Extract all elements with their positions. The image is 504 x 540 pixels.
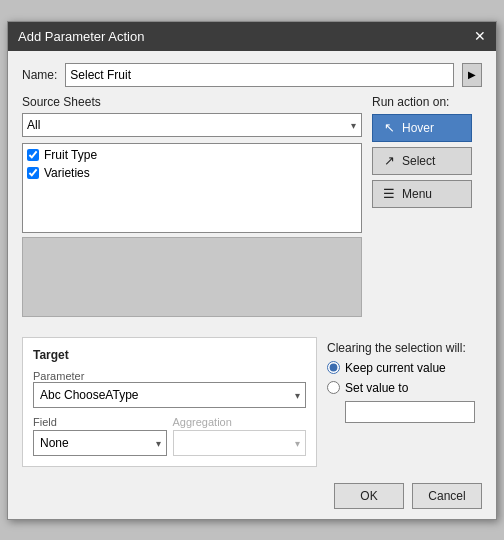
cancel-button[interactable]: Cancel bbox=[412, 483, 482, 509]
source-list: Fruit Type Varieties bbox=[22, 143, 362, 233]
agg-col: Aggregation bbox=[173, 416, 307, 456]
set-value-input[interactable] bbox=[345, 401, 475, 423]
hover-label: Hover bbox=[402, 121, 434, 135]
field-dropdown-wrapper: None bbox=[33, 430, 167, 456]
run-action-section: Run action on: ↖ Hover ↗ Select ☰ Menu bbox=[372, 95, 482, 317]
ok-button[interactable]: OK bbox=[334, 483, 404, 509]
set-value-row: Set value to bbox=[327, 381, 482, 395]
source-dropdown-wrapper: All bbox=[22, 113, 362, 137]
param-section: Parameter Abc ChooseAType bbox=[33, 370, 306, 408]
field-dropdown[interactable]: None bbox=[33, 430, 167, 456]
keep-current-label: Keep current value bbox=[345, 361, 446, 375]
dialog-body: Name: ▶ Source Sheets All Fruit Type bbox=[8, 51, 496, 327]
bottom-section: Target Parameter Abc ChooseAType Field N… bbox=[8, 327, 496, 477]
name-arrow-button[interactable]: ▶ bbox=[462, 63, 482, 87]
source-section: Source Sheets All Fruit Type Varieties bbox=[22, 95, 482, 317]
source-sheets-label: Source Sheets bbox=[22, 95, 362, 109]
clearing-section: Clearing the selection will: Keep curren… bbox=[327, 337, 482, 467]
field-agg-row: Field None Aggregation bbox=[33, 416, 306, 456]
select-label: Select bbox=[402, 154, 435, 168]
varieties-label: Varieties bbox=[44, 166, 90, 180]
add-parameter-action-dialog: Add Parameter Action ✕ Name: ▶ Source Sh… bbox=[7, 21, 497, 520]
name-label: Name: bbox=[22, 68, 57, 82]
name-row: Name: ▶ bbox=[22, 63, 482, 87]
keep-current-radio[interactable] bbox=[327, 361, 340, 374]
clearing-label: Clearing the selection will: bbox=[327, 341, 482, 355]
menu-icon: ☰ bbox=[381, 186, 397, 201]
field-label: Field bbox=[33, 416, 167, 428]
agg-label: Aggregation bbox=[173, 416, 307, 428]
param-label: Parameter bbox=[33, 370, 306, 382]
name-input[interactable] bbox=[65, 63, 454, 87]
dialog-title: Add Parameter Action bbox=[18, 29, 144, 44]
field-col: Field None bbox=[33, 416, 167, 456]
agg-dropdown[interactable] bbox=[173, 430, 307, 456]
arrow-icon: ▶ bbox=[468, 69, 476, 80]
set-value-radio[interactable] bbox=[327, 381, 340, 394]
keep-current-row: Keep current value bbox=[327, 361, 482, 375]
set-value-label: Set value to bbox=[345, 381, 408, 395]
select-button[interactable]: ↗ Select bbox=[372, 147, 472, 175]
param-dropdown[interactable]: Abc ChooseAType bbox=[33, 382, 306, 408]
agg-dropdown-wrapper bbox=[173, 430, 307, 456]
select-icon: ↗ bbox=[381, 153, 397, 168]
list-item: Varieties bbox=[27, 166, 357, 180]
run-action-label: Run action on: bbox=[372, 95, 482, 109]
hover-icon: ↖ bbox=[381, 120, 397, 135]
fruit-type-checkbox[interactable] bbox=[27, 149, 39, 161]
source-dropdown[interactable]: All bbox=[22, 113, 362, 137]
menu-label: Menu bbox=[402, 187, 432, 201]
source-left: Source Sheets All Fruit Type Varieties bbox=[22, 95, 362, 317]
menu-button[interactable]: ☰ Menu bbox=[372, 180, 472, 208]
footer: OK Cancel bbox=[8, 477, 496, 519]
title-bar: Add Parameter Action ✕ bbox=[8, 22, 496, 51]
close-button[interactable]: ✕ bbox=[474, 29, 486, 43]
hover-button[interactable]: ↖ Hover bbox=[372, 114, 472, 142]
list-item: Fruit Type bbox=[27, 148, 357, 162]
source-empty-area bbox=[22, 237, 362, 317]
varieties-checkbox[interactable] bbox=[27, 167, 39, 179]
fruit-type-label: Fruit Type bbox=[44, 148, 97, 162]
target-box: Target Parameter Abc ChooseAType Field N… bbox=[22, 337, 317, 467]
param-dropdown-wrapper: Abc ChooseAType bbox=[33, 382, 306, 408]
target-title: Target bbox=[33, 348, 306, 362]
